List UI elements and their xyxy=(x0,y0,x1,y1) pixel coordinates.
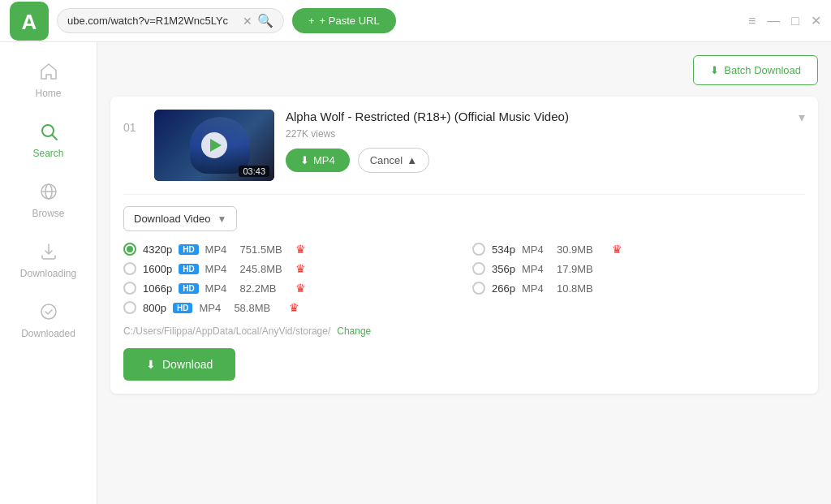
sidebar-item-downloading[interactable]: Downloading xyxy=(0,230,97,291)
crown-1066p: ♛ xyxy=(295,282,306,295)
size-1066p: 82.2MB xyxy=(240,282,289,295)
minimize-icon[interactable]: — xyxy=(767,14,780,28)
mp4-label: MP4 xyxy=(313,154,335,166)
radio-534p[interactable] xyxy=(472,243,485,256)
format-534p: MP4 xyxy=(522,243,550,256)
home-icon xyxy=(39,62,58,84)
window-controls: ≡ — □ ✕ xyxy=(748,13,821,28)
close-icon[interactable]: ✕ xyxy=(811,13,821,28)
video-info: Alpha Wolf - Restricted (R18+) (Official… xyxy=(286,110,787,173)
sidebar: Home Search Browse xyxy=(0,42,97,504)
cancel-button[interactable]: Cancel ▲ xyxy=(358,148,429,173)
video-card: 01 03:43 Alpha Wolf - Restricted (R18+) … xyxy=(110,97,818,394)
format-1066p: MP4 xyxy=(205,282,234,295)
batch-download-button[interactable]: ⬇ Batch Download xyxy=(693,55,818,85)
paste-url-button[interactable]: + + Paste URL xyxy=(292,8,396,33)
sidebar-home-label: Home xyxy=(35,88,61,99)
radio-inner xyxy=(127,246,133,252)
downloaded-icon xyxy=(39,302,58,325)
url-text: ube.com/watch?v=R1M2Wnc5LYc xyxy=(67,15,238,27)
hd-badge-1600p: HD xyxy=(179,264,198,274)
res-4320p: 4320p xyxy=(143,243,172,256)
quality-row-356p[interactable]: 356p MP4 17.9MB xyxy=(472,262,805,275)
video-number: 01 xyxy=(123,110,143,134)
quality-row-4320p[interactable]: 4320p HD MP4 751.5MB ♛ xyxy=(123,243,456,256)
content-area: ⬇ Batch Download 01 03:43 xyxy=(97,42,831,504)
res-534p: 534p xyxy=(492,243,515,256)
quality-row-1600p[interactable]: 1600p HD MP4 245.8MB ♛ xyxy=(123,262,456,275)
size-534p: 30.9MB xyxy=(557,243,605,256)
hd-badge-800p: HD xyxy=(173,303,192,313)
download-small-icon: ⬇ xyxy=(300,154,309,166)
cancel-label: Cancel xyxy=(370,154,403,166)
svg-text:A: A xyxy=(22,10,37,34)
video-views: 227K views xyxy=(286,128,787,140)
sidebar-item-search[interactable]: Search xyxy=(0,110,97,170)
crown-1600p: ♛ xyxy=(295,262,306,275)
res-1600p: 1600p xyxy=(143,263,172,275)
crown-4320p: ♛ xyxy=(295,243,306,256)
radio-800p[interactable] xyxy=(123,301,136,314)
download-button[interactable]: ⬇ Download xyxy=(123,348,235,381)
quality-row-1066p[interactable]: 1066p HD MP4 82.2MB ♛ xyxy=(123,282,456,295)
radio-4320p[interactable] xyxy=(123,243,136,256)
sidebar-item-downloaded[interactable]: Downloaded xyxy=(0,291,97,351)
video-title: Alpha Wolf - Restricted (R18+) (Official… xyxy=(286,110,787,123)
browse-icon xyxy=(39,182,58,205)
res-266p: 266p xyxy=(492,282,515,295)
res-356p: 356p xyxy=(492,263,515,275)
storage-row: C:/Users/Filippa/AppData/Local/AnyVid/st… xyxy=(123,325,805,337)
url-search-icon[interactable]: 🔍 xyxy=(257,13,273,28)
url-bar[interactable]: ube.com/watch?v=R1M2Wnc5LYc ✕ 🔍 xyxy=(57,8,284,33)
download-btn-label: Download xyxy=(162,358,213,371)
sidebar-search-label: Search xyxy=(32,148,63,159)
size-4320p: 751.5MB xyxy=(240,243,289,256)
hd-badge-1066p: HD xyxy=(179,283,198,294)
svg-point-7 xyxy=(41,304,56,319)
content-header: ⬇ Batch Download xyxy=(110,55,818,85)
quality-column-left: 4320p HD MP4 751.5MB ♛ 1600p HD MP4 xyxy=(123,243,456,314)
menu-icon[interactable]: ≡ xyxy=(748,14,756,28)
downloading-icon xyxy=(39,242,58,265)
sidebar-item-home[interactable]: Home xyxy=(0,50,97,110)
titlebar: A ube.com/watch?v=R1M2Wnc5LYc ✕ 🔍 + + Pa… xyxy=(0,0,831,42)
hd-badge-4320p: HD xyxy=(179,244,198,255)
quality-grid: 4320p HD MP4 751.5MB ♛ 1600p HD MP4 xyxy=(123,243,805,314)
radio-356p[interactable] xyxy=(472,262,485,275)
size-266p: 10.8MB xyxy=(557,282,605,295)
video-header: 01 03:43 Alpha Wolf - Restricted (R18+) … xyxy=(123,110,805,181)
sidebar-browse-label: Browse xyxy=(32,208,64,219)
res-1066p: 1066p xyxy=(143,282,172,295)
batch-download-label: Batch Download xyxy=(724,64,801,76)
quality-row-534p[interactable]: 534p MP4 30.9MB ♛ xyxy=(472,243,805,256)
quality-column-right: 534p MP4 30.9MB ♛ 356p MP4 17.9MB xyxy=(472,243,805,314)
options-header: Download Video ▼ xyxy=(123,206,805,231)
play-triangle-icon xyxy=(210,139,222,152)
crown-534p: ♛ xyxy=(612,243,622,256)
chevron-up-icon: ▲ xyxy=(407,154,417,166)
collapse-icon[interactable]: ▾ xyxy=(799,110,805,125)
quality-row-266p[interactable]: 266p MP4 10.8MB xyxy=(472,282,805,295)
format-266p: MP4 xyxy=(522,282,550,295)
format-356p: MP4 xyxy=(522,263,550,275)
mp4-button[interactable]: ⬇ MP4 xyxy=(286,149,350,172)
sidebar-item-browse[interactable]: Browse xyxy=(0,170,97,230)
radio-1600p[interactable] xyxy=(123,262,136,275)
change-path-link[interactable]: Change xyxy=(337,325,371,337)
url-clear-icon[interactable]: ✕ xyxy=(243,15,252,28)
maximize-icon[interactable]: □ xyxy=(791,14,799,28)
download-options: Download Video ▼ 4320p H xyxy=(123,194,805,381)
res-800p: 800p xyxy=(143,302,166,314)
format-4320p: MP4 xyxy=(205,243,234,256)
sidebar-downloading-label: Downloading xyxy=(20,268,76,279)
radio-266p[interactable] xyxy=(472,282,485,295)
download-btn-icon: ⬇ xyxy=(146,358,156,371)
sidebar-downloaded-label: Downloaded xyxy=(21,328,75,339)
radio-1066p[interactable] xyxy=(123,282,136,295)
format-1600p: MP4 xyxy=(205,263,234,275)
quality-row-800p[interactable]: 800p HD MP4 58.8MB ♛ xyxy=(123,301,456,314)
video-thumbnail[interactable]: 03:43 xyxy=(154,110,274,181)
download-type-dropdown[interactable]: Download Video ▼ xyxy=(123,206,237,231)
play-button[interactable] xyxy=(201,132,227,158)
download-video-label: Download Video xyxy=(134,213,210,225)
